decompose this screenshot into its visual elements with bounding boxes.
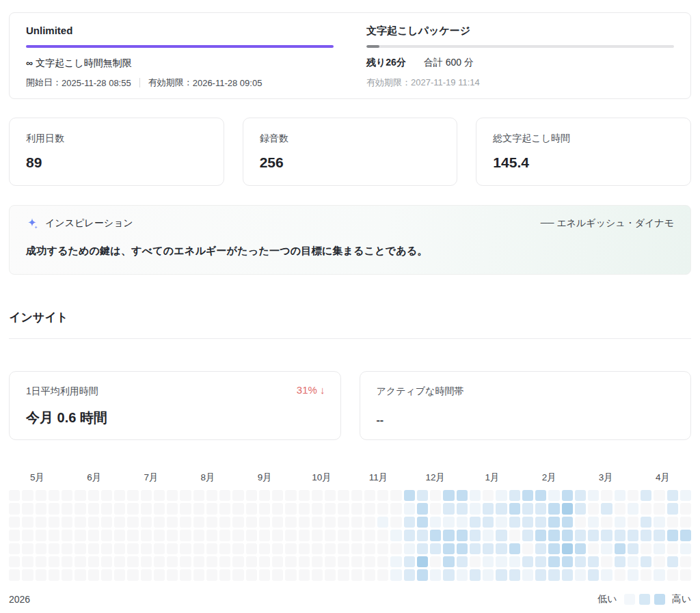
heatmap-cell bbox=[680, 569, 691, 580]
heatmap-cell bbox=[364, 517, 375, 528]
package-total: 合計 600 分 bbox=[424, 57, 474, 68]
heatmap-cell bbox=[114, 543, 125, 554]
heatmap-cell bbox=[377, 543, 388, 554]
heatmap-cell bbox=[285, 490, 296, 501]
heatmap-cell bbox=[404, 569, 415, 580]
heatmap-cell bbox=[522, 490, 533, 501]
heatmap-cell bbox=[219, 490, 230, 501]
heatmap-cell bbox=[496, 530, 507, 541]
heatmap-cell bbox=[62, 530, 72, 541]
heatmap-cell bbox=[338, 569, 349, 580]
heatmap-cell bbox=[167, 543, 178, 554]
heatmap-cell bbox=[457, 556, 468, 567]
heatmap-cell bbox=[36, 490, 46, 501]
heatmap-cell bbox=[114, 503, 125, 514]
heatmap-cell bbox=[259, 530, 270, 541]
heatmap-cell bbox=[588, 503, 599, 514]
heatmap-cell bbox=[338, 556, 349, 567]
plan-start-label: 開始日： bbox=[26, 77, 62, 89]
heatmap-cell bbox=[575, 569, 586, 580]
heatmap-cell bbox=[535, 490, 546, 501]
section-divider bbox=[9, 338, 691, 339]
heatmap-cell bbox=[62, 503, 72, 514]
heatmap-cell bbox=[101, 490, 112, 501]
heatmap-cell bbox=[141, 517, 152, 528]
heatmap-cell bbox=[575, 490, 586, 501]
heatmap-cell bbox=[404, 543, 415, 554]
heatmap-cell bbox=[575, 543, 586, 554]
heatmap-cell bbox=[470, 517, 481, 528]
heatmap-cell bbox=[206, 530, 217, 541]
heatmap-cell bbox=[141, 543, 152, 554]
heatmap-cell bbox=[364, 530, 375, 541]
heatmap-cell bbox=[457, 517, 468, 528]
heatmap-cell bbox=[167, 517, 178, 528]
heatmap-cell bbox=[114, 517, 125, 528]
heatmap-cell bbox=[62, 517, 72, 528]
heatmap-cell bbox=[667, 490, 678, 501]
heatmap-cell bbox=[628, 556, 638, 567]
heatmap-cell bbox=[232, 490, 243, 501]
heatmap-cell bbox=[601, 543, 612, 554]
heatmap-cell bbox=[351, 543, 362, 554]
heatmap-cell bbox=[36, 517, 46, 528]
heatmap-cell bbox=[390, 530, 401, 541]
heatmap-cell bbox=[49, 530, 59, 541]
heatmap-cell bbox=[667, 530, 678, 541]
heatmap-cell bbox=[75, 543, 85, 554]
heatmap-cell bbox=[167, 556, 178, 567]
heatmap-cell bbox=[364, 556, 375, 567]
activity-heatmap-grid bbox=[9, 490, 691, 581]
heatmap-cell bbox=[404, 517, 415, 528]
heatmap-cell bbox=[628, 490, 638, 501]
heatmap-cell bbox=[654, 530, 664, 541]
usage-dashboard: Unlimited ∞文字起こし時間無制限 開始日： 2025-11-28 08… bbox=[0, 0, 700, 605]
inspiration-banner: インスピレーション ── エネルギッシュ・ダイナモ 成功するための鍵は、すべての… bbox=[9, 205, 691, 275]
heatmap-cell bbox=[101, 503, 112, 514]
heatmap-cell bbox=[312, 569, 323, 580]
legend-low-label: 低い bbox=[597, 593, 617, 605]
heatmap-cell bbox=[562, 543, 573, 554]
heatmap-cell bbox=[193, 543, 204, 554]
heatmap-cell bbox=[22, 503, 33, 514]
stat-label: 利用日数 bbox=[26, 132, 207, 144]
heatmap-cell bbox=[259, 556, 270, 567]
heatmap-cell bbox=[75, 517, 85, 528]
heatmap-cell bbox=[417, 543, 428, 554]
heatmap-cell bbox=[259, 517, 270, 528]
heatmap-cell bbox=[575, 556, 586, 567]
heatmap-footer: 2026 低い 高い bbox=[9, 593, 691, 605]
heatmap-cell bbox=[628, 530, 638, 541]
heatmap-cell bbox=[654, 569, 664, 580]
stat-card-days-used: 利用日数 89 bbox=[9, 118, 224, 186]
heatmap-cell bbox=[470, 543, 481, 554]
month-label: 9月 bbox=[237, 472, 293, 484]
heatmap-cell bbox=[312, 517, 323, 528]
plan-description: ∞文字起こし時間無制限 bbox=[26, 57, 334, 69]
heatmap-cell bbox=[628, 503, 638, 514]
heatmap-cell bbox=[470, 556, 481, 567]
heatmap-cell bbox=[470, 503, 481, 514]
heatmap-cell bbox=[272, 543, 283, 554]
heatmap-cell bbox=[641, 530, 651, 541]
heatmap-cell bbox=[154, 517, 165, 528]
heatmap-cell bbox=[430, 503, 441, 514]
year-label: 2026 bbox=[9, 594, 30, 605]
heatmap-cell bbox=[667, 517, 678, 528]
heatmap-cell bbox=[457, 543, 468, 554]
heatmap-cell bbox=[49, 503, 59, 514]
heatmap-cell bbox=[351, 517, 362, 528]
package-progress-track bbox=[366, 45, 674, 48]
month-label: 8月 bbox=[180, 472, 237, 484]
heatmap-cell bbox=[615, 490, 625, 501]
heatmap-cell bbox=[680, 543, 691, 554]
heatmap-cell bbox=[325, 530, 336, 541]
heatmap-cell bbox=[325, 556, 336, 567]
heatmap-cell bbox=[193, 503, 204, 514]
heatmap-cell bbox=[641, 556, 651, 567]
insight-value: 今月 0.6 時間 bbox=[26, 409, 324, 427]
heatmap-cell bbox=[49, 543, 59, 554]
heatmap-cell bbox=[9, 530, 20, 541]
insights-row: 1日平均利用時間 31% ↓ 今月 0.6 時間 アクティブな時間帯 -- bbox=[9, 371, 691, 440]
month-label: 6月 bbox=[66, 472, 122, 484]
